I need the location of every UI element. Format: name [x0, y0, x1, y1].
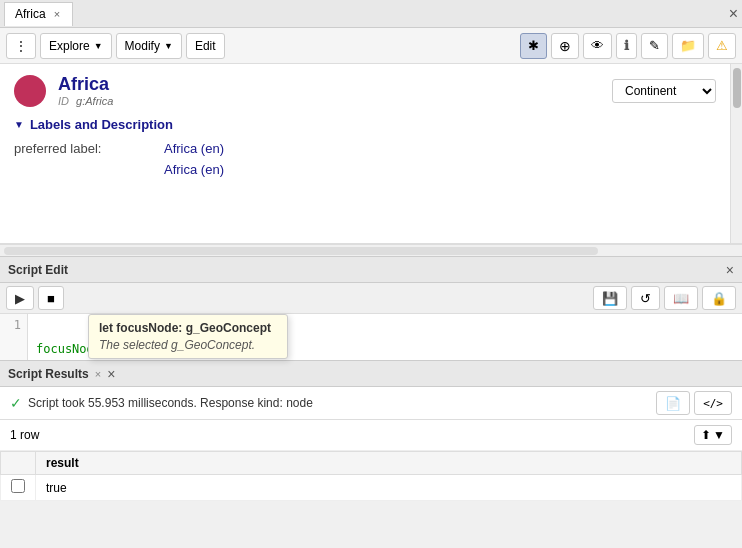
results-tool-buttons: 📄 </>	[656, 391, 732, 415]
results-code-button[interactable]: </>	[694, 391, 732, 415]
row-count: 1 row	[10, 428, 39, 442]
scrollbar-thumb	[733, 68, 741, 108]
entity-info: Africa ID g:Africa	[58, 74, 113, 107]
line-number-1: 1	[6, 318, 21, 332]
edit-button[interactable]: Edit	[186, 33, 225, 59]
info-icon: ℹ	[624, 38, 629, 53]
entity-header: Africa ID g:Africa Continent Country Cit…	[14, 74, 716, 107]
folder-button[interactable]: 📁	[672, 33, 704, 59]
results-doc-button[interactable]: 📄	[656, 391, 690, 415]
script-refresh-button[interactable]: ↺	[631, 286, 660, 310]
main-content-area: Africa ID g:Africa Continent Country Cit…	[0, 64, 742, 244]
status-ok-icon: ✓	[10, 395, 22, 411]
warning-button[interactable]: ⚠	[708, 33, 736, 59]
layers-icon: ⊕	[559, 38, 571, 54]
eye-button[interactable]: 👁	[583, 33, 612, 59]
entity-content: Africa ID g:Africa Continent Country Cit…	[0, 64, 730, 243]
three-dots-button[interactable]: ⋮	[6, 33, 36, 59]
id-value: g:Africa	[76, 95, 113, 107]
table-cell-result: true	[36, 475, 742, 501]
script-lock-button[interactable]: 🔒	[702, 286, 736, 310]
script-toolbar: ▶ ■ 💾 ↺ 📖 🔒	[0, 283, 742, 314]
table-cell-check	[1, 475, 36, 501]
export-button[interactable]: ⬆ ▼	[694, 425, 732, 445]
results-table: result true	[0, 451, 742, 501]
line-numbers: 1	[0, 314, 28, 360]
tooltip-title: let focusNode: g_GeoConcept	[99, 321, 277, 335]
pencil-icon: ✎	[649, 38, 660, 53]
row-count-bar: 1 row ⬆ ▼	[0, 420, 742, 451]
tab-label: Africa	[15, 7, 46, 21]
asterisk-icon: ✱	[528, 38, 539, 53]
doc-icon: 📄	[665, 396, 681, 411]
modify-label: Modify	[125, 39, 160, 53]
explore-label: Explore	[49, 39, 90, 53]
script-play-button[interactable]: ▶	[6, 286, 34, 310]
table-header-row: result	[1, 452, 742, 475]
refresh-icon: ↺	[640, 291, 651, 306]
script-results-header: Script Results × ×	[0, 361, 742, 387]
alt-label-value: Africa (en)	[164, 162, 224, 177]
col-header-result: result	[36, 452, 742, 475]
entity-title-area: Africa ID g:Africa	[14, 74, 113, 107]
entity-id: ID g:Africa	[58, 95, 113, 107]
script-content: 1 let focusNode: g_GeoConcept The select…	[0, 314, 742, 360]
layers-button[interactable]: ⊕	[551, 33, 579, 59]
tab-bar: Africa × ×	[0, 0, 742, 28]
table-row: true	[1, 475, 742, 501]
section-toggle-icon[interactable]: ▼	[14, 119, 24, 130]
folder-icon: 📁	[680, 38, 696, 53]
script-editor-title: Script Edit	[8, 263, 68, 277]
modify-dropdown-icon: ▼	[164, 41, 173, 51]
vertical-scrollbar[interactable]	[730, 64, 742, 243]
lock-icon: 🔒	[711, 291, 727, 306]
export-dropdown-arrow: ▼	[713, 428, 725, 442]
results-close-x: ×	[95, 368, 101, 380]
entity-avatar	[14, 75, 46, 107]
asterisk-button[interactable]: ✱	[520, 33, 547, 59]
col-header-check	[1, 452, 36, 475]
horizontal-scrollbar[interactable]	[0, 244, 742, 256]
script-editor-close-button[interactable]: ×	[726, 262, 734, 278]
entity-type-select[interactable]: Continent Country City Region	[612, 79, 716, 103]
main-toolbar: ⋮ Explore ▼ Modify ▼ Edit ✱ ⊕ 👁 ℹ ✎ 📁 ⚠	[0, 28, 742, 64]
code-brackets-icon: </>	[703, 397, 723, 410]
script-results-title: Script Results	[8, 367, 89, 381]
edit-label: Edit	[195, 39, 216, 53]
tab-close-button[interactable]: ×	[52, 8, 62, 20]
script-stop-button[interactable]: ■	[38, 286, 64, 310]
tooltip-popup: let focusNode: g_GeoConcept The selected…	[88, 314, 288, 359]
preferred-label-value: Africa (en)	[164, 141, 224, 156]
script-editor-panel: Script Edit × ▶ ■ 💾 ↺ 📖 🔒 1 let focusNod…	[0, 256, 742, 360]
entity-name: Africa	[58, 74, 113, 95]
row-checkbox[interactable]	[11, 479, 25, 493]
id-prefix: ID	[58, 95, 69, 107]
status-message: ✓ Script took 55.953 milliseconds. Respo…	[10, 395, 313, 411]
script-results-close-button[interactable]: ×	[107, 366, 115, 382]
alt-label-row: Africa (en)	[14, 159, 716, 180]
warning-icon: ⚠	[716, 38, 728, 53]
window-close-button[interactable]: ×	[729, 5, 738, 23]
export-icon: ⬆	[701, 428, 711, 442]
save-icon: 💾	[602, 291, 618, 306]
labels-section-header: ▼ Labels and Description	[14, 117, 716, 132]
book-icon: 📖	[673, 291, 689, 306]
three-dots-icon: ⋮	[15, 39, 27, 53]
pencil-button[interactable]: ✎	[641, 33, 668, 59]
explore-button[interactable]: Explore ▼	[40, 33, 112, 59]
eye-icon: 👁	[591, 38, 604, 53]
results-status-bar: ✓ Script took 55.953 milliseconds. Respo…	[0, 387, 742, 420]
preferred-label-key: preferred label:	[14, 141, 154, 156]
modify-button[interactable]: Modify ▼	[116, 33, 182, 59]
explore-dropdown-icon: ▼	[94, 41, 103, 51]
status-text: Script took 55.953 milliseconds. Respons…	[28, 396, 313, 410]
script-editor-header: Script Edit ×	[0, 257, 742, 283]
script-save-button[interactable]: 💾	[593, 286, 627, 310]
script-results-panel: Script Results × × ✓ Script took 55.953 …	[0, 360, 742, 501]
script-book-button[interactable]: 📖	[664, 286, 698, 310]
tooltip-description: The selected g_GeoConcept.	[99, 338, 277, 352]
info-button[interactable]: ℹ	[616, 33, 637, 59]
africa-tab[interactable]: Africa ×	[4, 2, 73, 26]
results-body: 1 row ⬆ ▼ result true	[0, 420, 742, 501]
labels-section-title: Labels and Description	[30, 117, 173, 132]
